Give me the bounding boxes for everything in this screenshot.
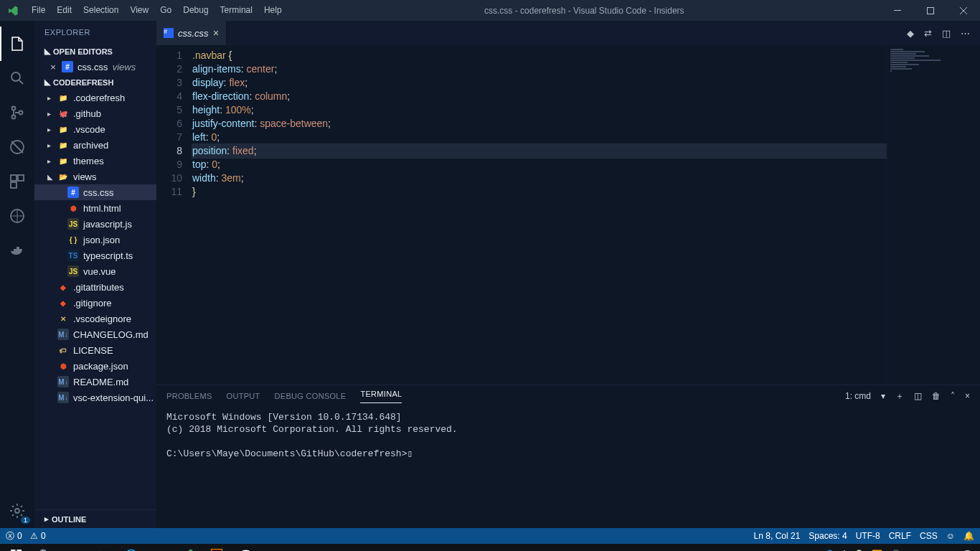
terminal-selector[interactable]: 1: cmd — [845, 391, 871, 401]
activity-debug[interactable] — [0, 130, 34, 164]
status-eol[interactable]: CRLF — [889, 531, 911, 541]
edge-app[interactable]: 🌐 — [116, 544, 145, 551]
search-button[interactable]: 🔍 — [30, 544, 59, 551]
activity-docker[interactable] — [0, 233, 34, 268]
spacer — [47, 362, 53, 370]
close-icon[interactable]: × — [49, 62, 57, 72]
trash-icon[interactable]: 🗑 — [932, 391, 941, 401]
status-feedback-icon[interactable]: ☺ — [946, 531, 955, 541]
menu-debug[interactable]: Debug — [177, 0, 214, 21]
menu-view[interactable]: View — [124, 0, 154, 21]
file-tree: ▸📁.coderefresh▸🐙.github▸📁.vscode▸📁archiv… — [34, 90, 156, 509]
menu-file[interactable]: File — [26, 0, 51, 21]
js-icon: JS — [67, 218, 79, 230]
settings-badge: 1 — [21, 517, 30, 524]
outline-section[interactable]: ▸OUTLINE — [34, 509, 156, 528]
status-language[interactable]: CSS — [920, 531, 938, 541]
dropdown-icon[interactable]: ▾ — [881, 391, 885, 401]
new-terminal-icon[interactable]: ＋ — [895, 390, 904, 402]
close-icon[interactable]: × — [213, 27, 219, 39]
close-panel-icon[interactable]: × — [965, 391, 970, 401]
vscode-app[interactable] — [174, 544, 202, 551]
tab-css-css[interactable]: # css.css × — [156, 21, 227, 45]
activity-settings[interactable]: 1 — [0, 494, 34, 528]
illustrator-app[interactable]: Ai — [202, 544, 231, 551]
mail-app[interactable]: ✉ — [260, 544, 288, 551]
editor-tabs: # css.css × ◆ ⇄ ◫ ⋯ — [156, 21, 980, 46]
file-changelog-md[interactable]: M↓CHANGELOG.md — [34, 326, 156, 342]
js-icon: JS — [67, 265, 79, 277]
file-json-json[interactable]: { }json.json — [34, 232, 156, 248]
md-icon: M↓ — [57, 392, 69, 403]
svg-rect-0 — [894, 10, 901, 11]
minimap[interactable] — [887, 46, 980, 385]
open-editor-item[interactable]: × # css.css views — [34, 59, 156, 75]
file-vsc-extension-qui-[interactable]: M↓vsc-extension-qui... — [34, 390, 156, 405]
file-html-html[interactable]: ⬢html.html — [34, 200, 156, 216]
file-license[interactable]: 🏷LICENSE — [34, 342, 156, 358]
status-cursor[interactable]: Ln 8, Col 21 — [754, 531, 801, 541]
panel-tab-problems[interactable]: PROBLEMS — [166, 392, 212, 400]
activity-explorer[interactable] — [0, 27, 34, 61]
file--vscodeignore[interactable]: ✕.vscodeignore — [34, 311, 156, 326]
file--gitattributes[interactable]: ◆.gitattributes — [34, 279, 156, 295]
status-errors[interactable]: ⓧ0 ⚠0 — [6, 530, 46, 542]
file-package-json[interactable]: ⬢package.json — [34, 358, 156, 374]
workspace-section[interactable]: ◣CODEREFRESH — [34, 75, 156, 90]
file-label: html.html — [83, 203, 121, 214]
code-lines[interactable]: .navbar { align-items: center; display: … — [192, 46, 887, 385]
code-editor[interactable]: 1234567891011 .navbar { align-items: cen… — [156, 46, 887, 385]
activity-extensions[interactable] — [0, 164, 34, 199]
discord-app[interactable]: 💬 — [231, 544, 260, 551]
panel-tab-debug-console[interactable]: DEBUG CONSOLE — [275, 392, 347, 400]
menu-go[interactable]: Go — [154, 0, 177, 21]
folder-views[interactable]: ◣📂views — [34, 169, 156, 184]
panel-tab-terminal[interactable]: TERMINAL — [360, 390, 402, 403]
menu-edit[interactable]: Edit — [51, 0, 77, 21]
file--gitignore[interactable]: ◆.gitignore — [34, 295, 156, 311]
folder--vscode[interactable]: ▸📁.vscode — [34, 121, 156, 137]
file-label: .vscode — [73, 124, 105, 135]
status-bell-icon[interactable]: 🔔 — [963, 531, 974, 541]
git-icon: ◆ — [57, 281, 69, 293]
split-terminal-icon[interactable]: ◫ — [914, 391, 922, 401]
maximize-panel-icon[interactable]: ˄ — [951, 391, 955, 401]
file-explorer-app[interactable]: 📁 — [88, 544, 116, 551]
folder-themes[interactable]: ▸📁themes — [34, 153, 156, 169]
menu-help[interactable]: Help — [258, 0, 288, 21]
panel-tab-output[interactable]: OUTPUT — [227, 392, 260, 400]
chrome-app[interactable]: ◉ — [145, 544, 174, 551]
file-typescript-ts[interactable]: TStypescript.ts — [34, 248, 156, 263]
folder--github[interactable]: ▸🐙.github — [34, 105, 156, 121]
terminal-content[interactable]: Microsoft Windows [Version 10.0.17134.64… — [156, 407, 980, 528]
minimize-button[interactable] — [881, 0, 914, 21]
windows-taskbar: 🔍 ⊞ 📁 🌐 ◉ Ai 💬 ✉ 👤 ˄ 🔋 📶 🔊 ENG 17:45 💬 — [0, 544, 980, 551]
file-css-css[interactable]: #css.css — [34, 184, 156, 200]
file-label: CHANGELOG.md — [73, 329, 149, 340]
file-javascript-js[interactable]: JSjavascript.js — [34, 216, 156, 232]
menu-selection[interactable]: Selection — [77, 0, 124, 21]
open-editors-section[interactable]: ◣OPEN EDITORS — [34, 44, 156, 59]
file-readme-md[interactable]: M↓README.md — [34, 374, 156, 390]
file-vue-vue[interactable]: JSvue.vue — [34, 263, 156, 279]
activity-search[interactable] — [0, 61, 34, 95]
window-title: css.css - coderefresh - Visual Studio Co… — [288, 6, 881, 16]
task-view-button[interactable]: ⊞ — [59, 544, 88, 551]
file-label: README.md — [73, 377, 128, 387]
workspace-label: CODEREFRESH — [53, 78, 113, 87]
activity-live-share[interactable] — [0, 199, 34, 233]
status-spaces[interactable]: Spaces: 4 — [809, 531, 847, 541]
more-icon[interactable]: ⋯ — [961, 28, 970, 39]
file-label: views — [73, 171, 97, 182]
folder--coderefresh[interactable]: ▸📁.coderefresh — [34, 90, 156, 105]
menu-terminal[interactable]: Terminal — [215, 0, 258, 21]
maximize-button[interactable] — [914, 0, 947, 21]
close-button[interactable] — [947, 0, 980, 21]
split-editor-icon[interactable]: ◫ — [942, 28, 951, 39]
start-button[interactable] — [1, 544, 30, 551]
activity-scm[interactable] — [0, 95, 34, 130]
color-picker-icon[interactable]: ◆ — [907, 28, 914, 39]
folder-archived[interactable]: ▸📁archived — [34, 137, 156, 153]
compare-icon[interactable]: ⇄ — [924, 28, 932, 39]
status-encoding[interactable]: UTF-8 — [856, 531, 880, 541]
